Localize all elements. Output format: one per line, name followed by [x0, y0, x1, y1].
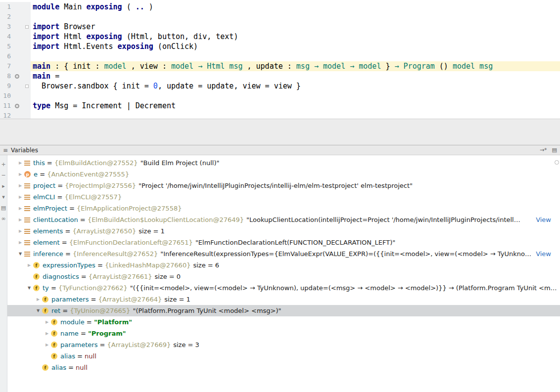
variable-row[interactable]: falias = null: [7, 350, 560, 362]
chevron-down-icon[interactable]: ▼: [16, 252, 24, 256]
chevron-right-icon[interactable]: ▶: [16, 206, 24, 211]
code-line[interactable]: 5import Html.Events exposing (onClick): [0, 42, 560, 51]
chevron-right-icon[interactable]: ▶: [16, 161, 24, 165]
variable-row[interactable]: ▶element = {ElmFunctionDeclarationLeft@2…: [7, 237, 560, 248]
chevron-down-icon[interactable]: ▼: [34, 308, 42, 313]
variable-value: "({{init=<model>, view=(<model> → TyUnkn…: [130, 284, 560, 292]
fold-marker-icon[interactable]: [23, 81, 31, 91]
code-text[interactable]: type Msg = Increment | Decrement: [31, 101, 560, 111]
variable-row[interactable]: ▶elmCLI = {ElmCLI@27557}: [7, 191, 560, 203]
fold-slot: [23, 42, 31, 51]
chevron-right-icon[interactable]: ▶: [25, 263, 33, 267]
variable-row[interactable]: ▶fparameters = {ArrayList@27664}size = 1: [7, 294, 560, 305]
variable-type-ref: {ElmBuildAction@27552}: [54, 159, 138, 167]
code-editor[interactable]: 1module Main exposing ( .. )23import Bro…: [0, 0, 560, 119]
code-line[interactable]: 1module Main exposing ( .. ): [0, 2, 560, 12]
variable-value: "ElmFunctionDeclarationLeft(FUNCTION_DEC…: [195, 239, 395, 246]
variable-row[interactable]: ▼fret = {TyUnion@27665}"(Platform.Progra…: [7, 305, 560, 316]
code-line[interactable]: 6: [0, 51, 560, 61]
code-text[interactable]: [31, 111, 560, 119]
variable-name: ret: [51, 307, 60, 314]
chevron-right-icon[interactable]: ▶: [16, 195, 24, 199]
fold-slot: [23, 32, 31, 42]
variable-icon: [24, 161, 30, 166]
collapse-all-icon[interactable]: ▾: [2, 194, 5, 200]
panel-menu-icon[interactable]: ≡: [3, 147, 8, 154]
chevron-right-icon[interactable]: ▶: [43, 320, 51, 324]
copy-value-icon[interactable]: ▤: [1, 205, 6, 211]
variable-icon: [24, 218, 30, 222]
code-line[interactable]: 8main =: [0, 71, 560, 81]
variable-row[interactable]: ▶fmodule = "Platform": [7, 316, 560, 328]
fold-marker-icon[interactable]: [23, 22, 31, 32]
variables-tree: ▶this = {ElmBuildAction@27552}"Build Elm…: [7, 155, 560, 392]
chevron-right-icon[interactable]: ▶: [16, 218, 24, 222]
variable-row[interactable]: ▶this = {ElmBuildAction@27552}"Build Elm…: [7, 157, 560, 169]
variable-row[interactable]: ▶project = {ProjectImpl@27556}"Project '…: [7, 180, 560, 191]
code-text[interactable]: import Html.Events exposing (onClick): [31, 42, 560, 51]
code-text[interactable]: Browser.sandbox { init = 0, update = upd…: [31, 81, 560, 91]
code-line[interactable]: 10: [0, 91, 560, 101]
variable-row[interactable]: ▶fparameters = {ArrayList@27669}size = 3: [7, 339, 560, 350]
code-text[interactable]: module Main exposing ( .. ): [31, 2, 560, 12]
code-text[interactable]: import Html exposing (Html, button, div,…: [31, 32, 560, 42]
chevron-right-icon[interactable]: ▶: [16, 240, 24, 245]
chevron-right-icon[interactable]: ▶: [43, 343, 51, 347]
watches-icon[interactable]: ∞: [1, 216, 5, 222]
variable-row[interactable]: ▶fname = "Program": [7, 328, 560, 339]
equals-sign: =: [60, 307, 70, 314]
scrollbar-thumb[interactable]: [555, 160, 559, 165]
code-text[interactable]: [31, 12, 560, 22]
variable-row[interactable]: falias = null: [7, 362, 560, 373]
variable-row[interactable]: ▶pe = {AnActionEvent@27555}: [7, 169, 560, 180]
code-text[interactable]: import Browser: [31, 22, 560, 32]
code-text[interactable]: main : { init : model , view : model → H…: [31, 61, 560, 71]
code-token: ..: [136, 2, 144, 11]
variable-row[interactable]: ▶elements = {ArrayList@27650}size = 1: [7, 225, 560, 237]
pin-icon[interactable]: →*: [540, 147, 547, 153]
gutter-circle-icon[interactable]: [11, 101, 23, 111]
variable-type-ref: {ElmFunctionDeclarationLeft@27651}: [69, 239, 193, 246]
variable-row[interactable]: ▶elmProject = {ElmApplicationProject@275…: [7, 203, 560, 214]
gutter-marker-slot: [11, 91, 23, 101]
chevron-right-icon[interactable]: ▶: [16, 183, 24, 188]
editor-gutter: 5: [0, 42, 31, 51]
add-watch-icon[interactable]: +: [1, 161, 5, 168]
variable-type-ref: {LinkedHashMap@27660}: [105, 261, 191, 269]
expand-all-icon[interactable]: ▸: [2, 183, 5, 189]
code-line[interactable]: 2: [0, 12, 560, 22]
chevron-down-icon[interactable]: ▼: [25, 286, 33, 290]
chevron-right-icon[interactable]: ▶: [34, 297, 42, 302]
gutter-marker-slot: [11, 22, 23, 32]
variable-row[interactable]: ▶clientLocation = {ElmBuildAction$Lookup…: [7, 214, 560, 225]
chevron-right-icon[interactable]: ▶: [43, 331, 51, 336]
variable-row[interactable]: fdiagnostics = {ArrayList@27661}size = 0: [7, 271, 560, 282]
remove-watch-icon[interactable]: −: [1, 172, 5, 178]
chevron-right-icon[interactable]: ▶: [16, 229, 24, 233]
code-line[interactable]: 3import Browser: [0, 22, 560, 32]
view-link[interactable]: View: [536, 216, 560, 223]
variable-row[interactable]: ▶fexpressionTypes = {LinkedHashMap@27660…: [7, 260, 560, 271]
chevron-right-icon[interactable]: ▶: [16, 172, 24, 176]
variable-row[interactable]: ▼fty = {TyFunction@27662}"({{init=<model…: [7, 282, 560, 294]
splitter[interactable]: [0, 119, 560, 145]
code-text[interactable]: [31, 91, 560, 101]
fold-glyph: [25, 85, 29, 88]
line-number: 8: [0, 71, 11, 81]
view-link[interactable]: View: [536, 250, 560, 258]
variable-name: elmCLI: [33, 193, 55, 201]
variable-type-ref: {ElmCLI@27557}: [65, 193, 122, 201]
panel-options-icon[interactable]: ▤: [552, 147, 557, 153]
code-line[interactable]: 11type Msg = Increment | Decrement: [0, 101, 560, 111]
code-text[interactable]: main =: [31, 71, 560, 81]
equals-sign: =: [63, 227, 72, 235]
code-line[interactable]: 9 Browser.sandbox { init = 0, update = u…: [0, 81, 560, 91]
gutter-circle-icon[interactable]: [11, 71, 23, 81]
code-text[interactable]: [31, 51, 560, 61]
editor-gutter: 8: [0, 71, 31, 81]
code-line[interactable]: 4import Html exposing (Html, button, div…: [0, 32, 560, 42]
code-line[interactable]: 12: [0, 111, 560, 119]
code-line[interactable]: 7main : { init : model , view : model → …: [0, 61, 560, 71]
code-token: Html msg: [207, 62, 242, 71]
variable-row[interactable]: ▼inference = {InferenceResult@27652}"Inf…: [7, 248, 560, 260]
